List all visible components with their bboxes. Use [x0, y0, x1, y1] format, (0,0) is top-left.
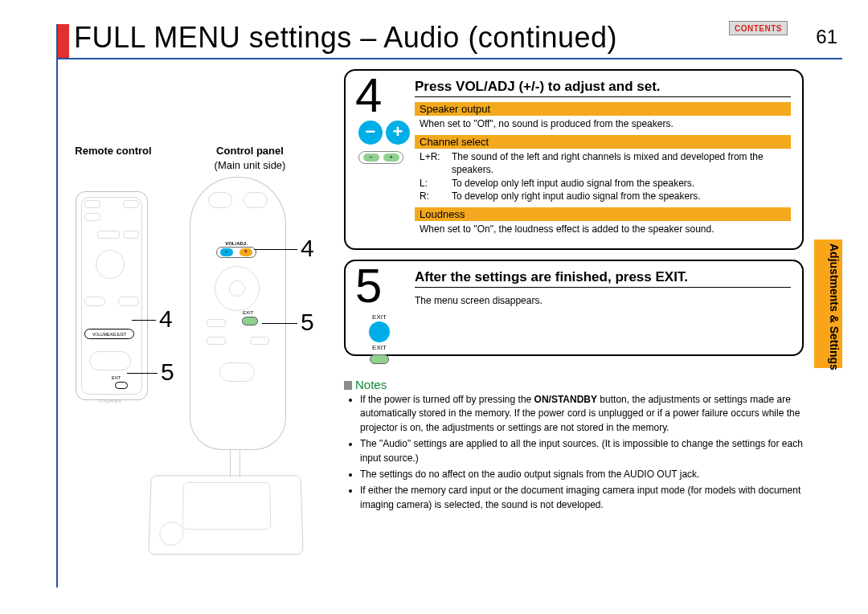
- channel-select-desc: L+R:The sound of the left and right chan…: [415, 149, 791, 204]
- minus-icon: −: [358, 121, 383, 145]
- callout-5-panel: 5: [301, 309, 314, 336]
- plus-icon: +: [386, 121, 410, 145]
- pill-plus-icon: +: [383, 154, 399, 162]
- setting-channel-select: Channel select: [415, 135, 791, 149]
- section-tab-label: Adjustments & Settings: [817, 244, 840, 370]
- note-item: If either the memory card input or the d…: [360, 484, 804, 512]
- horizontal-rule: [58, 58, 842, 59]
- step-5-heading: After the settings are finished, press E…: [415, 269, 791, 288]
- step-4-heading: Press VOL/ADJ (+/-) to adjust and set.: [415, 79, 791, 97]
- remote-control-label: Remote control: [75, 145, 151, 157]
- exit-icon-group: EXIT EXIT: [365, 313, 394, 364]
- pill-minus-icon: −: [363, 154, 379, 162]
- note-item: The settings do no affect on the audio o…: [360, 468, 804, 481]
- exit-caption-bottom: EXIT: [365, 344, 394, 351]
- step-5-number: 5: [355, 258, 382, 313]
- exit-circle-icon: [369, 321, 390, 342]
- note-item: If the power is turned off by pressing t…: [360, 393, 804, 435]
- cs-key-lr: L+R:: [420, 150, 452, 176]
- callout-4-remote: 4: [159, 305, 173, 333]
- vertical-rule: [56, 24, 58, 587]
- step-4-card: 4 − + − + Press VOL/ADJ (+/-) to adjust …: [344, 69, 804, 250]
- control-panel-sublabel: (Main unit side): [215, 159, 286, 171]
- setting-speaker-output: Speaker output: [415, 102, 791, 116]
- remote-voladj-button: VOLUME/ADJUST: [84, 329, 134, 339]
- speaker-output-desc: When set to "Off", no sound is produced …: [415, 116, 791, 132]
- callout-5-remote: 5: [161, 358, 174, 386]
- remote-exit-button: [115, 382, 128, 389]
- step-4-number: 4: [355, 68, 382, 123]
- cs-text-r: To develop only right input audio signal…: [452, 190, 701, 203]
- hardware-diagrams: Remote control Control panel (Main unit …: [69, 143, 326, 595]
- lead-line: [230, 450, 231, 477]
- step-5-desc: The menu screen disappears.: [415, 293, 791, 309]
- voladj-small-pill: − +: [358, 151, 403, 164]
- loudness-desc: When set to "On", the loudness effect is…: [415, 221, 791, 237]
- page-title: FULL MENU settings – Audio (continued): [74, 21, 617, 55]
- control-panel-label: Control panel: [216, 145, 284, 157]
- voladj-big-icons: − +: [358, 121, 410, 145]
- lead-line: [262, 323, 297, 324]
- page-number: 61: [816, 26, 837, 48]
- exit-caption-top: EXIT: [365, 313, 394, 321]
- control-panel-outline: [190, 177, 286, 450]
- lead-line: [127, 373, 158, 374]
- projector-outline: [148, 475, 303, 555]
- step-5-card: 5 EXIT EXIT After the settings are finis…: [344, 260, 804, 356]
- cs-key-r: R:: [420, 190, 452, 203]
- panel-minus-icon: −: [220, 248, 233, 256]
- callout-4-panel: 4: [301, 235, 314, 262]
- remote-exit-label: EXIT: [112, 375, 121, 380]
- notes-list: If the power is turned off by pressing t…: [344, 393, 804, 512]
- red-accent: [58, 24, 69, 58]
- cs-text-lr: The sound of the left and right channels…: [452, 150, 788, 176]
- note-item: The "Audio" settings are applied to all …: [360, 437, 804, 465]
- notes-title: Notes: [344, 378, 804, 391]
- remote-outline: VOLUME/ADJUST EXIT TOSHIBA: [76, 191, 148, 400]
- lead-line: [240, 450, 240, 477]
- panel-voladj-label: VOL/ADJ.: [207, 241, 265, 246]
- contents-button[interactable]: CONTENTS: [729, 21, 788, 35]
- panel-exit-label: EXIT: [243, 310, 253, 315]
- remote-brand: TOSHIBA: [99, 399, 122, 403]
- exit-pill-icon: [370, 354, 389, 364]
- lead-line: [254, 249, 297, 250]
- cs-text-l: To develop only left input audio signal …: [452, 177, 694, 190]
- lead-line: [132, 320, 156, 321]
- cs-key-l: L:: [420, 177, 452, 190]
- panel-plus-icon: +: [240, 248, 252, 256]
- notes-section: Notes If the power is turned off by pres…: [344, 378, 804, 514]
- setting-loudness: Loudness: [415, 207, 791, 221]
- onstandby-button-name: ON/STANDBY: [534, 394, 597, 405]
- manual-page: FULL MENU settings – Audio (continued) C…: [24, 6, 852, 602]
- panel-exit-button: [242, 317, 258, 325]
